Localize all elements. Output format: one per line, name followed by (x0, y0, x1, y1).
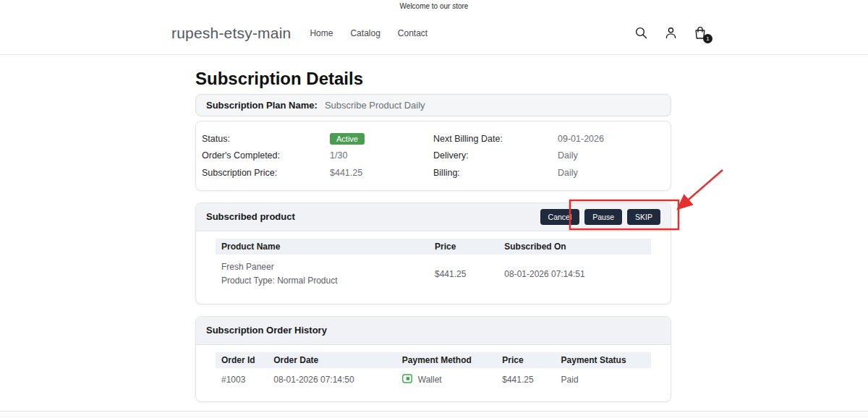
product-name: Fresh Paneer (221, 260, 423, 274)
product-table-header-row: Product Name Price Subscribed On (216, 239, 651, 255)
order-history-card: Subscription Order History Order Id Orde… (195, 316, 671, 402)
payment-method-header: Payment Method (396, 352, 496, 368)
cancel-button[interactable]: Cancel (540, 209, 580, 225)
header-icons: 1 (631, 23, 710, 43)
billing-value: Daily (558, 168, 578, 178)
billing-label: Billing: (433, 168, 558, 178)
page-title: Subscription Details (195, 68, 671, 89)
subscription-price-value: $441.25 (330, 168, 362, 178)
order-date-header: Order Date (268, 352, 396, 368)
search-icon[interactable] (631, 23, 651, 43)
nav-contact[interactable]: Contact (398, 28, 427, 38)
order-date-cell: 08-01-2026 07:14:50 (268, 368, 396, 393)
detail-row-next-billing: Next Billing Date: 09-01-2026 (433, 130, 671, 148)
orders-completed-label: Order's Completed: (202, 150, 330, 161)
cart-icon[interactable]: 1 (690, 23, 710, 43)
detail-row-subscription-price: Subscription Price: $441.25 (202, 164, 433, 182)
order-history-body: Order Id Order Date Payment Method Price… (196, 345, 671, 401)
order-price-header: Price (496, 352, 555, 368)
main-nav: Home Catalog Contact (310, 28, 427, 38)
next-billing-label: Next Billing Date: (433, 134, 558, 144)
payment-method-cell: Wallet (396, 368, 496, 393)
order-price-cell: $441.25 (496, 368, 555, 393)
subscribed-product-body: Product Name Price Subscribed On Fresh P… (196, 231, 671, 304)
site-footer (0, 411, 868, 418)
cart-count-badge: 1 (703, 34, 712, 43)
subscription-action-buttons: Cancel Pause SKIP (540, 209, 665, 225)
product-name-header: Product Name (216, 239, 429, 255)
subscribed-product-card: Subscribed product Cancel Pause SKIP Pro… (195, 202, 671, 304)
product-table-row: Fresh Paneer Product Type: Normal Produc… (216, 255, 651, 295)
order-history-header-row: Order Id Order Date Payment Method Price… (216, 352, 651, 368)
order-id-header: Order Id (216, 352, 268, 368)
nav-catalog[interactable]: Catalog (350, 28, 380, 38)
payment-status-header: Payment Status (556, 352, 651, 368)
detail-row-delivery: Delivery: Daily (433, 148, 671, 165)
subscribed-product-header: Subscribed product Cancel Pause SKIP (196, 203, 671, 231)
nav-home[interactable]: Home (310, 28, 333, 38)
delivery-label: Delivery: (433, 150, 558, 161)
payment-status-cell: Paid (556, 368, 651, 393)
account-icon[interactable] (660, 23, 681, 43)
order-history-header: Subscription Order History (196, 317, 671, 345)
plan-name-label: Subscription Plan Name: (206, 100, 318, 111)
wallet-icon (402, 374, 412, 385)
skip-button[interactable]: SKIP (627, 209, 660, 225)
order-history-title: Subscription Order History (206, 325, 327, 336)
pause-button[interactable]: Pause (584, 209, 622, 225)
subscription-details-card: Status: Active Order's Completed: 1/30 S… (195, 121, 671, 191)
detail-row-billing: Billing: Daily (433, 164, 671, 182)
site-header: rupesh-etsy-main Home Catalog Contact 1 (0, 12, 868, 55)
next-billing-value: 09-01-2026 (558, 134, 604, 144)
payment-method-text: Wallet (418, 375, 442, 385)
subscription-price-label: Subscription Price: (202, 168, 330, 178)
main-content: Subscription Details Subscription Plan N… (195, 68, 671, 402)
price-header: Price (429, 239, 498, 255)
subscribed-product-title: Subscribed product (206, 211, 295, 222)
plan-name-value: Subscribe Product Daily (325, 100, 425, 111)
orders-completed-value: 1/30 (330, 150, 347, 161)
delivery-value: Daily (558, 150, 578, 161)
order-history-row: #1003 08-01-2026 07:14:50 Wallet $441.25 (216, 368, 651, 393)
product-price-cell: $441.25 (429, 255, 498, 295)
announcement-bar: Welcome to our store (0, 0, 868, 12)
subscribed-product-table: Product Name Price Subscribed On Fresh P… (216, 239, 651, 295)
detail-row-orders-completed: Order's Completed: 1/30 (202, 148, 433, 165)
details-left-column: Status: Active Order's Completed: 1/30 S… (202, 130, 433, 182)
store-logo[interactable]: rupesh-etsy-main (171, 25, 291, 42)
announcement-text: Welcome to our store (400, 2, 469, 10)
order-id-cell: #1003 (216, 368, 268, 393)
status-badge: Active (330, 133, 365, 145)
status-label: Status: (202, 134, 330, 144)
details-right-column: Next Billing Date: 09-01-2026 Delivery: … (433, 130, 671, 182)
product-subscribed-on-cell: 08-01-2026 07:14:51 (498, 255, 651, 295)
annotation-arrow (678, 170, 723, 208)
subscription-plan-box: Subscription Plan Name: Subscribe Produc… (195, 94, 671, 116)
detail-row-status: Status: Active (202, 130, 433, 148)
product-name-cell: Fresh Paneer Product Type: Normal Produc… (216, 255, 429, 295)
order-history-table: Order Id Order Date Payment Method Price… (216, 352, 651, 393)
subscribed-on-header: Subscribed On (498, 239, 651, 255)
product-type: Product Type: Normal Product (221, 274, 423, 288)
